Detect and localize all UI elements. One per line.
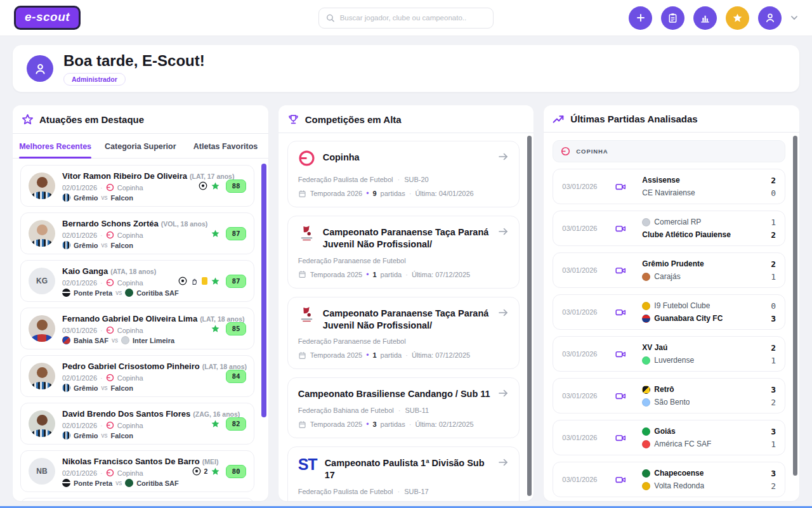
role-badge: Administrador xyxy=(63,73,126,86)
player-card[interactable]: Bernardo Schons Zortéa(VOL, 18 anos) 02/… xyxy=(20,212,254,254)
column-title: Competições em Alta xyxy=(305,114,402,125)
away-team-badge xyxy=(642,398,650,407)
matches-word: partidas xyxy=(381,420,405,428)
search-input[interactable] xyxy=(340,14,486,22)
user-menu-button[interactable] xyxy=(758,6,782,30)
competition-card-top: Campeonato Brasiliense Candango / Sub 11 xyxy=(298,386,509,400)
match-date: 03/01/2026 xyxy=(562,392,615,400)
player-name: Fernando Gabriel De Oliveira Lima xyxy=(62,314,197,323)
stats-button[interactable] xyxy=(693,6,717,30)
player-card[interactable]: David Brendo Dos Santos Flores(ZAG, 16 a… xyxy=(20,403,254,445)
video-indicator xyxy=(615,266,642,275)
video-indicator xyxy=(615,349,642,359)
match-card[interactable]: 03/01/2026 Grêmio Prudente 2 xyxy=(553,252,785,288)
competition-card[interactable]: ST Campeonato Paulista 1ª Divisão Sub 17… xyxy=(287,446,520,501)
away-team-row: Guanabara City FC 3 xyxy=(642,314,776,323)
away-team-row: Clube Atlético Piauiense 2 xyxy=(642,230,776,240)
tab[interactable]: Melhores Recentes xyxy=(13,134,98,158)
arrow-right-icon[interactable] xyxy=(498,386,509,400)
copinha-icon xyxy=(106,374,114,382)
arrow-right-icon[interactable] xyxy=(498,455,509,469)
player-card[interactable]: Fernando Gabriel De Oliveira Lima(LAT, 1… xyxy=(20,308,254,349)
competition-card[interactable]: Copinha Federação Paulista de Futebol · … xyxy=(287,141,520,207)
video-camera-icon xyxy=(615,475,626,485)
home-team-row: Assisense 2 xyxy=(642,176,776,185)
competition-card-top: Campeonato Paranaense Taça Paraná Juveni… xyxy=(298,225,509,251)
highlights-tabs: Melhores Recentes Categoria Superior Atl… xyxy=(13,134,268,159)
search-bar[interactable] xyxy=(318,8,494,29)
match-teams: Grêmio Prudente 2 Carajás 1 xyxy=(642,259,776,282)
player-info: Vitor Ramon Ribeiro De Oliveira(LAT, 17 … xyxy=(62,170,192,202)
tab[interactable]: Atletas Favoritos xyxy=(183,134,268,158)
player-match-line: 02/01/2026 · Copinha xyxy=(62,278,171,287)
avatar-photo-jersey xyxy=(30,192,53,199)
match-card[interactable]: 03/01/2026 Goiás 3 xyxy=(553,420,785,455)
user-menu-chevron[interactable] xyxy=(790,15,798,21)
separator: · xyxy=(100,374,103,382)
competition-card-top: Copinha xyxy=(298,150,509,169)
home-team-name: Grêmio Prudente xyxy=(642,259,704,268)
federation-name: Federação Paranaense de Futebol xyxy=(298,337,406,345)
arrow-right-icon[interactable] xyxy=(498,150,509,164)
away-team-name: Guanabara City FC xyxy=(654,314,723,323)
arrow-right-icon[interactable] xyxy=(498,306,509,320)
competition-card[interactable]: Campeonato Paranaense Taça Paraná Juveni… xyxy=(287,297,520,370)
matches-count: 9 xyxy=(372,190,376,197)
away-club-badge xyxy=(125,289,133,297)
away-team-row: América FC SAF 1 xyxy=(642,440,776,449)
player-card[interactable]: KG Kaio Ganga(ATA, 18 anos) 02/01/2026 ·… xyxy=(20,260,254,302)
home-team-name: I9 Futebol Clube xyxy=(654,301,710,310)
highlights-header: Atuações em Destaque xyxy=(13,105,268,134)
add-button[interactable] xyxy=(629,6,652,30)
arrow-right-icon[interactable] xyxy=(498,225,509,238)
copinha-icon xyxy=(106,231,114,239)
reports-button[interactable] xyxy=(661,6,684,30)
competition-meta: Temporada 2026 • 9 partidas · Última: 04… xyxy=(298,189,509,198)
player-card[interactable]: Nathan Borges Lembi Carniel(ZAG, 19 anos… xyxy=(20,498,254,501)
competition-meta: Temporada 2025 • 1 partida · Última: 07/… xyxy=(298,351,509,360)
player-card[interactable]: Vitor Ramon Ribeiro De Oliveira(LAT, 17 … xyxy=(20,165,254,207)
match-card[interactable]: 03/01/2026 XV Jaú 2 xyxy=(553,336,785,372)
competition-card-top: Campeonato Paranaense Taça Paraná Juveni… xyxy=(298,306,509,332)
copinha-icon xyxy=(561,147,570,156)
tab[interactable]: Categoria Superior xyxy=(98,134,183,158)
goal-count: 2 xyxy=(204,467,208,475)
match-card[interactable]: 03/01/2026 Retrô 3 xyxy=(553,378,785,414)
away-club: Coritiba SAF xyxy=(136,479,179,487)
highlights-column: Atuações em Destaque Melhores Recentes C… xyxy=(13,105,268,501)
video-camera-icon xyxy=(615,182,626,192)
match-card[interactable]: 03/01/2026 Assisense 2 xyxy=(553,169,785,204)
matches-word: partidas xyxy=(381,190,405,197)
main-columns: Atuações em Destaque Melhores Recentes C… xyxy=(13,105,799,501)
scrollbar[interactable] xyxy=(261,164,266,417)
match-card[interactable]: 03/01/2026 I9 Futebol Clube 0 xyxy=(553,294,785,330)
separator: · xyxy=(100,231,103,239)
competition-card[interactable]: Campeonato Brasiliense Candango / Sub 11… xyxy=(287,377,520,438)
greeting-title: Boa tarde, E-Scout! xyxy=(63,52,205,70)
player-avatar: KG xyxy=(29,268,55,294)
competition-card[interactable]: Campeonato Paranaense Taça Paraná Juveni… xyxy=(287,216,520,289)
match-teams: Assisense 2 CE Naviraiense 0 xyxy=(642,176,776,198)
match-card[interactable]: 03/01/2026 Comercial RP 1 xyxy=(553,211,785,246)
scrollbar[interactable] xyxy=(527,136,532,496)
home-team-row: I9 Futebol Clube 0 xyxy=(642,301,776,311)
match-card[interactable]: 03/01/2026 Chapecoense 3 xyxy=(553,462,785,497)
away-team-name: Clube Atlético Piauiense xyxy=(642,230,731,239)
analyzed-matches-column: Últimas Partidas Analisadas COPINHA 03/0… xyxy=(544,105,799,501)
player-card[interactable]: Pedro Gabriel Crisostomo Pinheiro(LAT, 1… xyxy=(20,355,254,397)
app-logo[interactable]: e-scout xyxy=(14,6,81,30)
competition-title: Campeonato Paulista 1ª Divisão Sub 17 xyxy=(325,455,491,481)
player-card[interactable]: NB Nikolas Francisco Santos De Barro(MEI… xyxy=(20,450,254,492)
matches-count: 3 xyxy=(372,420,376,428)
away-team-name: São Bento xyxy=(654,398,690,407)
home-club-badge xyxy=(62,336,70,344)
favorites-button[interactable] xyxy=(726,6,749,30)
player-info: Nikolas Francisco Santos De Barro(MEI) 0… xyxy=(62,455,185,487)
player-name: Vitor Ramon Ribeiro De Oliveira xyxy=(62,171,187,181)
player-list: Vitor Ramon Ribeiro De Oliveira(LAT, 17 … xyxy=(13,159,268,501)
video-indicator xyxy=(615,182,642,192)
player-name: Pedro Gabriel Crisostomo Pinheiro xyxy=(62,361,200,371)
player-teams-line: Grêmio vs Falcon xyxy=(62,193,192,202)
scrollbar[interactable] xyxy=(793,136,797,476)
calendar-icon xyxy=(298,420,306,429)
